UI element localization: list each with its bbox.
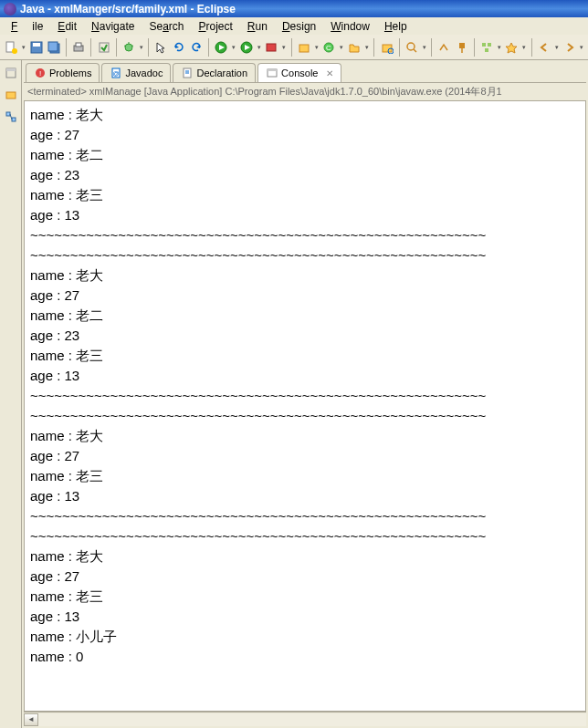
svg-rect-23 [459,43,465,48]
svg-line-33 [10,114,12,120]
refresh-button[interactable] [170,38,186,57]
menu-help[interactable]: Help [377,18,415,35]
console-line: ~~~~~~~~~~~~~~~~~~~~~~~~~~~~~~~~~~~~~~~~… [30,225,580,245]
back-button[interactable] [536,38,552,57]
search-dropdown[interactable]: ▾ [421,44,427,51]
wizard-dropdown[interactable]: ▾ [521,44,528,51]
save-all-button[interactable] [46,38,62,57]
console-line: age : 13 [30,205,580,225]
console-line: name : 0 [30,647,580,667]
menu-navigate[interactable]: Navigate [84,18,142,35]
window-titlebar: Java - xmlManger/src/family.xml - Eclips… [0,0,588,17]
run-last-dropdown[interactable]: ▾ [256,44,262,51]
console-line: age : 13 [30,607,580,627]
menu-project[interactable]: Project [191,18,239,35]
scroll-track[interactable] [38,713,586,726]
new-package-button[interactable] [296,38,312,57]
console-line: name : 老三 [30,185,580,205]
wizard-button[interactable] [503,38,520,57]
console-line: age : 23 [30,165,580,185]
main-toolbar: ▾ ▾ ▾ ▾ ▾ ▾ C▾ ▾ ▾ ▾ ▾ ▾ ▾ [0,35,588,60]
eclipse-icon [4,3,16,16]
console-line: age : 13 [30,486,580,506]
back-dropdown[interactable]: ▾ [553,44,560,51]
console-line: ~~~~~~~~~~~~~~~~~~~~~~~~~~~~~~~~~~~~~~~~… [30,506,580,526]
toolbar-separator [531,38,532,57]
package-explorer-min-icon[interactable] [4,88,18,102]
console-line: age : 27 [30,446,580,466]
run-dropdown[interactable]: ▾ [230,44,236,51]
console-icon [266,67,278,79]
open-type-button[interactable] [378,38,394,57]
new-folder-dropdown[interactable]: ▾ [363,44,370,51]
console-line: ~~~~~~~~~~~~~~~~~~~~~~~~~~~~~~~~~~~~~~~~… [30,386,580,406]
build-button[interactable] [95,38,111,57]
menu-window[interactable]: Window [323,18,377,35]
svg-rect-26 [488,43,491,47]
menu-search[interactable]: Search [142,18,191,35]
console-status: <terminated> xmlManage [Java Application… [24,82,586,100]
console-line: name : 老三 [30,587,580,607]
debug-dropdown[interactable]: ▾ [138,44,144,51]
toolbar-separator [431,38,432,57]
svg-rect-32 [12,118,16,121]
close-tab-icon[interactable]: ✕ [326,68,333,78]
ext-tools-dropdown[interactable]: ▾ [281,44,288,51]
toggle-button[interactable] [436,38,452,57]
menu-run[interactable]: Run [240,18,275,35]
pin-button[interactable] [453,38,469,57]
menu-file[interactable]: File [4,18,50,35]
svg-point-1 [12,48,17,54]
tab-javadoc[interactable]: @ Javadoc [101,63,171,82]
console-line: ~~~~~~~~~~~~~~~~~~~~~~~~~~~~~~~~~~~~~~~~… [30,245,580,265]
tab-problems[interactable]: ! Problems [26,63,100,82]
debug-button[interactable] [121,38,137,57]
svg-rect-27 [485,48,488,52]
console-output[interactable]: name : 老大age : 27name : 老二age : 23name :… [24,100,586,712]
scroll-left-button[interactable]: ◄ [24,713,38,726]
redo-button[interactable] [188,38,205,57]
new-folder-button[interactable] [346,38,362,57]
svg-rect-30 [6,92,16,99]
horizontal-scrollbar[interactable]: ◄ [24,712,586,726]
run-last-button[interactable] [238,38,255,57]
hierarchy-min-icon[interactable] [4,109,18,124]
tab-label: Declaration [196,68,247,78]
search-button[interactable] [404,38,420,57]
save-button[interactable] [28,38,45,57]
console-line: ~~~~~~~~~~~~~~~~~~~~~~~~~~~~~~~~~~~~~~~~… [30,406,580,426]
restore-view-button[interactable] [4,66,18,80]
svg-rect-42 [268,69,277,71]
svg-rect-7 [76,43,81,47]
new-button[interactable] [3,38,19,57]
new-package-dropdown[interactable]: ▾ [313,44,320,51]
struct-button[interactable] [478,38,495,57]
console-line: name : 老大 [30,546,580,567]
forward-dropdown[interactable]: ▾ [579,44,585,51]
struct-dropdown[interactable]: ▾ [496,44,502,51]
tab-label: Javadoc [125,68,163,78]
console-line: name : 老二 [30,145,580,165]
svg-text:@: @ [113,70,120,77]
toolbar-separator [399,38,400,57]
console-line: age : 27 [30,125,580,145]
new-class-button[interactable]: C [320,38,337,57]
declaration-icon [181,67,194,79]
new-class-dropdown[interactable]: ▾ [339,44,345,51]
menu-edit[interactable]: Edit [50,18,84,35]
forward-button[interactable] [561,38,577,57]
ext-tools-button[interactable] [263,38,279,57]
run-button[interactable] [213,38,229,57]
print-button[interactable] [70,38,87,57]
svg-rect-16 [299,45,309,52]
menu-design[interactable]: Design [275,18,323,35]
cursor-button[interactable] [152,38,169,57]
tab-declaration[interactable]: Declaration [173,63,256,82]
new-dropdown[interactable]: ▾ [20,44,26,51]
svg-point-21 [407,43,415,50]
console-line: name : 老大 [30,105,580,125]
console-line: ~~~~~~~~~~~~~~~~~~~~~~~~~~~~~~~~~~~~~~~~… [30,526,580,546]
svg-text:!: ! [39,69,41,78]
menu-bar: File Edit Navigate Search Project Run De… [0,17,588,35]
tab-console[interactable]: Console ✕ [257,63,341,82]
